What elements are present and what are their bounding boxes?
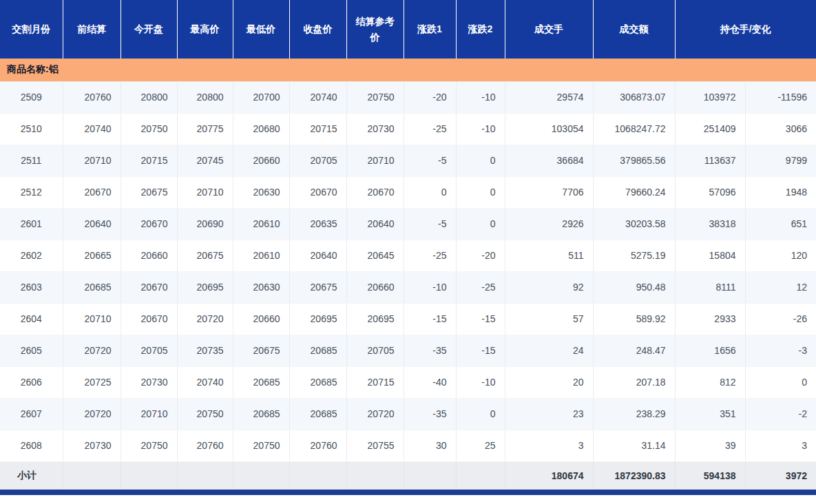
cell-empty <box>177 461 233 490</box>
cell-high: 20760 <box>177 430 233 461</box>
cell-high: 20720 <box>177 303 233 335</box>
cell-close: 20685 <box>289 335 346 366</box>
cell-change1: -15 <box>404 303 456 335</box>
cell-change2: -15 <box>456 335 505 366</box>
col-header-open: 今开盘 <box>121 0 177 59</box>
subtotal-open-interest: 594138 <box>675 461 745 490</box>
cell-open-interest: 351 <box>675 398 745 430</box>
cell-oi-change: 3 <box>745 430 816 461</box>
cell-turnover: 30203.58 <box>593 208 675 240</box>
cell-low: 20610 <box>233 240 289 271</box>
cell-open: 20670 <box>121 303 177 335</box>
cell-oi-change: 12 <box>745 271 816 303</box>
subtotal-volume: 180674 <box>505 461 593 490</box>
cell-turnover: 1068247.72 <box>593 113 675 145</box>
cell-oi-change: 0 <box>745 366 816 398</box>
cell-open: 20730 <box>121 366 177 398</box>
cell-change1: -25 <box>404 240 456 271</box>
cell-oi-change: 1948 <box>745 176 816 208</box>
cell-change1: -20 <box>404 81 456 113</box>
cell-close: 20675 <box>289 271 346 303</box>
cell-open: 20750 <box>121 113 177 145</box>
cell-volume: 3 <box>505 430 593 461</box>
cell-prev-settlement: 20640 <box>63 208 121 240</box>
cell-volume: 20 <box>505 366 593 398</box>
cell-prev-settlement: 20710 <box>63 303 121 335</box>
cell-change2: 0 <box>456 176 505 208</box>
cell-open-interest: 38318 <box>675 208 745 240</box>
cell-delivery-month: 2607 <box>0 398 63 430</box>
cell-settlement-ref: 20720 <box>346 398 404 430</box>
cell-delivery-month: 2512 <box>0 176 63 208</box>
cell-open: 20715 <box>121 145 177 176</box>
cell-empty <box>456 461 505 490</box>
cell-low: 20610 <box>233 208 289 240</box>
cell-turnover: 207.18 <box>593 366 675 398</box>
cell-close: 20640 <box>289 240 346 271</box>
cell-close: 20715 <box>289 113 346 145</box>
cell-open: 20710 <box>121 398 177 430</box>
cell-oi-change: -3 <box>745 335 816 366</box>
table-row: 2511207102071520745206602070520710-50366… <box>0 145 816 176</box>
cell-high: 20690 <box>177 208 233 240</box>
cell-change2: -10 <box>456 366 505 398</box>
subtotal-oi-change: 3972 <box>745 461 816 490</box>
cell-close: 20635 <box>289 208 346 240</box>
cell-low: 20630 <box>233 176 289 208</box>
cell-open-interest: 8111 <box>675 271 745 303</box>
cell-prev-settlement: 20665 <box>63 240 121 271</box>
cell-delivery-month: 2511 <box>0 145 63 176</box>
cell-delivery-month: 2608 <box>0 430 63 461</box>
table-row: 2602206652066020675206102064020645-25-20… <box>0 240 816 271</box>
cell-open-interest: 15804 <box>675 240 745 271</box>
cell-change1: -25 <box>404 113 456 145</box>
cell-open-interest: 57096 <box>675 176 745 208</box>
cell-settlement-ref: 20660 <box>346 271 404 303</box>
table-row: 2512206702067520710206302067020670007706… <box>0 176 816 208</box>
cell-settlement-ref: 20695 <box>346 303 404 335</box>
cell-open-interest: 2933 <box>675 303 745 335</box>
cell-prev-settlement: 20720 <box>63 398 121 430</box>
cell-low: 20700 <box>233 81 289 113</box>
cell-turnover: 79660.24 <box>593 176 675 208</box>
cell-open-interest: 39 <box>675 430 745 461</box>
cell-close: 20695 <box>289 303 346 335</box>
cell-prev-settlement: 20740 <box>63 113 121 145</box>
futures-quotes-page: 交割月份 前结算 今开盘 最高价 最低价 收盘价 结算参考价 涨跌1 涨跌2 成… <box>0 0 816 504</box>
cell-change1: 0 <box>404 176 456 208</box>
cell-delivery-month: 2604 <box>0 303 63 335</box>
col-header-change1: 涨跌1 <box>404 0 456 59</box>
cell-low: 20675 <box>233 335 289 366</box>
cell-low: 20680 <box>233 113 289 145</box>
table-row: 2607207202071020750206852068520720-35023… <box>0 398 816 430</box>
cell-change2: -20 <box>456 240 505 271</box>
cell-open-interest: 812 <box>675 366 745 398</box>
cell-close: 20685 <box>289 366 346 398</box>
cell-settlement-ref: 20710 <box>346 145 404 176</box>
cell-empty <box>346 461 404 490</box>
cell-empty <box>121 461 177 490</box>
cell-turnover: 238.29 <box>593 398 675 430</box>
col-header-change2: 涨跌2 <box>456 0 505 59</box>
cell-delivery-month: 2603 <box>0 271 63 303</box>
cell-prev-settlement: 20720 <box>63 335 121 366</box>
cell-delivery-month: 2509 <box>0 81 63 113</box>
cell-oi-change: -26 <box>745 303 816 335</box>
cell-high: 20800 <box>177 81 233 113</box>
cell-volume: 511 <box>505 240 593 271</box>
cell-change1: -40 <box>404 366 456 398</box>
cell-low: 20750 <box>233 430 289 461</box>
cell-volume: 92 <box>505 271 593 303</box>
cell-close: 20670 <box>289 176 346 208</box>
table-header: 交割月份 前结算 今开盘 最高价 最低价 收盘价 结算参考价 涨跌1 涨跌2 成… <box>0 0 816 59</box>
cell-change1: -35 <box>404 335 456 366</box>
subtotal-row: 小计 180674 1872390.83 594138 3972 <box>0 461 816 490</box>
cell-settlement-ref: 20670 <box>346 176 404 208</box>
cell-high: 20710 <box>177 176 233 208</box>
cell-empty <box>233 461 289 490</box>
col-header-oi-and-change: 持仓手/变化 <box>675 0 816 59</box>
cell-oi-change: 120 <box>745 240 816 271</box>
cell-volume: 23 <box>505 398 593 430</box>
cell-change1: -5 <box>404 208 456 240</box>
cell-turnover: 950.48 <box>593 271 675 303</box>
